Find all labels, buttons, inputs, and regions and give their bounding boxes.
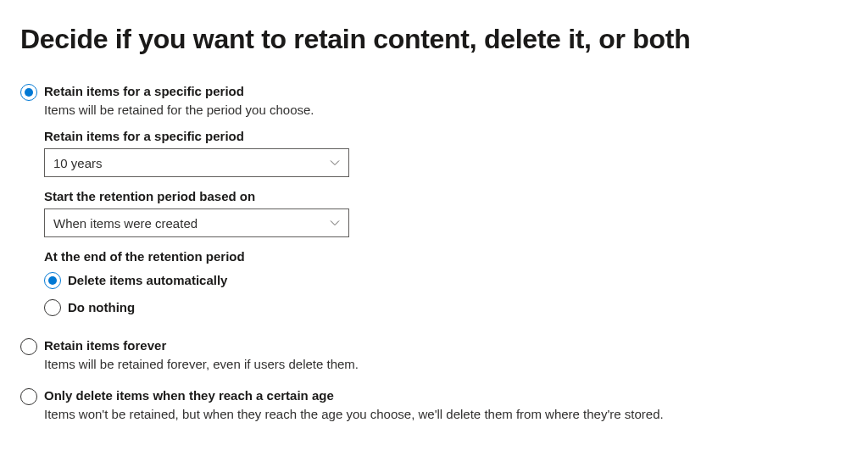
- end-field-label: At the end of the retention period: [44, 249, 848, 264]
- radio-selected-icon: [44, 272, 61, 289]
- end-option-do-nothing[interactable]: Do nothing: [44, 297, 848, 316]
- start-field-label: Start the retention period based on: [44, 189, 848, 203]
- end-option-do-nothing-label: Do nothing: [68, 300, 135, 314]
- option-only-delete-description: Items won't be retained, but when they r…: [44, 405, 848, 423]
- option-retain-period-description: Items will be retained for the period yo…: [44, 101, 848, 119]
- retain-period-settings: Retain items for a specific period 10 ye…: [44, 129, 848, 316]
- page-title: Decide if you want to retain content, de…: [20, 24, 848, 55]
- option-retain-forever-description: Items will be retained forever, even if …: [44, 355, 848, 373]
- option-only-delete-label: Only delete items when they reach a cert…: [44, 386, 848, 404]
- chevron-down-icon: [330, 158, 340, 168]
- option-retain-forever[interactable]: Retain items forever Items will be retai…: [20, 336, 848, 373]
- option-only-delete[interactable]: Only delete items when they reach a cert…: [20, 386, 848, 423]
- end-options-group: Delete items automatically Do nothing: [44, 270, 848, 316]
- option-retain-period[interactable]: Retain items for a specific period Items…: [20, 82, 848, 119]
- radio-unselected-icon: [20, 338, 37, 355]
- start-dropdown-value: When items were created: [53, 216, 198, 231]
- period-dropdown[interactable]: 10 years: [44, 148, 349, 177]
- period-field-label: Retain items for a specific period: [44, 129, 848, 143]
- option-retain-period-label: Retain items for a specific period: [44, 82, 848, 100]
- option-retain-forever-label: Retain items forever: [44, 336, 848, 354]
- radio-unselected-icon: [20, 388, 37, 405]
- period-dropdown-value: 10 years: [53, 156, 103, 170]
- radio-selected-icon: [20, 84, 37, 101]
- start-dropdown[interactable]: When items were created: [44, 208, 349, 237]
- radio-unselected-icon: [44, 299, 61, 316]
- retention-options-group: Retain items for a specific period Items…: [20, 82, 848, 436]
- chevron-down-icon: [330, 218, 340, 228]
- end-option-delete-auto[interactable]: Delete items automatically: [44, 270, 848, 289]
- end-option-delete-auto-label: Delete items automatically: [68, 273, 227, 287]
